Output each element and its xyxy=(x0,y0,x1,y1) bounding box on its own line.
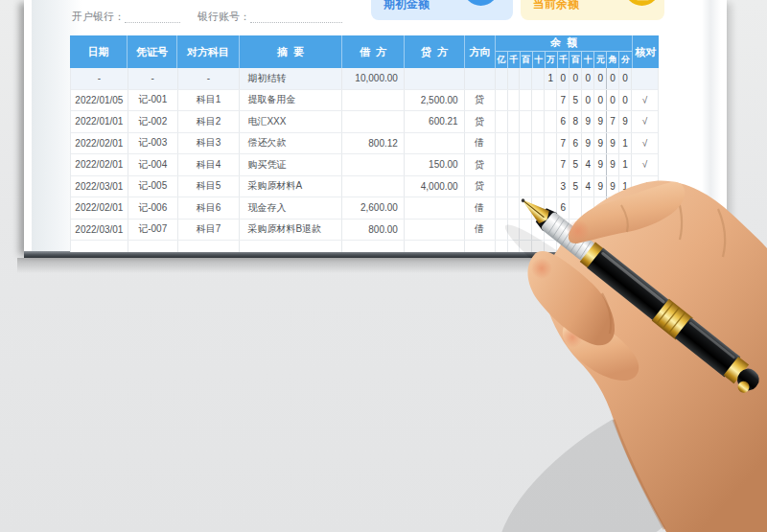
cell-digit[interactable] xyxy=(532,241,545,252)
cell-digit[interactable] xyxy=(532,176,545,197)
cell-digit[interactable]: 7 xyxy=(557,133,569,154)
cell-date[interactable]: 2022/02/01 xyxy=(71,133,128,154)
cell-credit[interactable] xyxy=(405,68,465,89)
cell-credit[interactable]: 150.00 xyxy=(405,154,465,175)
cell-digit[interactable] xyxy=(496,197,508,219)
cell-digit[interactable]: 4 xyxy=(582,154,594,175)
cell-digit[interactable] xyxy=(496,68,508,89)
cell-digit[interactable] xyxy=(520,197,532,219)
cell-date[interactable]: 2022/02/01 xyxy=(71,154,128,175)
cell-digit[interactable] xyxy=(508,220,521,241)
cell-digit[interactable]: 0 xyxy=(569,68,582,89)
cell-check[interactable] xyxy=(632,68,658,89)
cell-check[interactable]: √ xyxy=(632,176,658,197)
cell-digit[interactable]: 0 xyxy=(594,90,607,111)
cell-digit[interactable]: 0 xyxy=(582,68,594,89)
cell-digit[interactable]: 0 xyxy=(619,68,632,89)
cell-digit[interactable]: 0 xyxy=(607,90,619,111)
cell-debit[interactable]: 800.00 xyxy=(342,220,405,241)
cell-date[interactable]: 2022/01/05 xyxy=(71,90,128,111)
cell-digit[interactable] xyxy=(557,241,569,252)
cell-digit[interactable] xyxy=(508,111,521,132)
cell-digit[interactable] xyxy=(545,197,557,219)
cell-digit[interactable] xyxy=(532,111,545,132)
cell-digit[interactable] xyxy=(569,220,582,241)
cell-digit[interactable] xyxy=(496,241,508,252)
cell-digit[interactable] xyxy=(619,197,632,219)
cell-voucher[interactable]: 记-004 xyxy=(128,154,178,175)
cell-summary[interactable]: 现金存入 xyxy=(240,197,342,219)
cell-summary[interactable]: 采购原材料B退款 xyxy=(240,220,342,241)
bank-name-input[interactable] xyxy=(125,10,180,23)
cell-digit[interactable]: 4 xyxy=(582,176,594,197)
cell-credit[interactable] xyxy=(405,197,465,219)
cell-digit[interactable] xyxy=(508,154,521,175)
cell-digit[interactable]: 9 xyxy=(607,154,619,175)
cell-digit[interactable] xyxy=(520,90,532,111)
cell-account[interactable]: - xyxy=(178,68,241,89)
cell-summary[interactable]: 采购原材料A xyxy=(240,176,342,197)
cell-debit[interactable] xyxy=(342,176,405,197)
cell-digit[interactable] xyxy=(532,154,545,175)
cell-digit[interactable]: 1 xyxy=(545,68,557,89)
cell-digit[interactable]: 1 xyxy=(619,176,632,197)
cell-digit[interactable] xyxy=(496,154,508,175)
cell-digit[interactable] xyxy=(496,90,508,111)
cell-summary[interactable]: 期初结转 xyxy=(240,68,342,89)
cell-date[interactable] xyxy=(71,241,128,252)
cell-voucher[interactable]: 记-006 xyxy=(128,197,178,219)
cell-debit[interactable] xyxy=(342,90,405,111)
cell-digit[interactable]: 9 xyxy=(594,133,607,154)
cell-account[interactable] xyxy=(178,241,241,252)
cell-direction[interactable]: 贷 xyxy=(465,111,496,132)
cell-voucher[interactable]: - xyxy=(128,68,178,89)
cell-account[interactable]: 科目3 xyxy=(178,133,241,154)
cell-digit[interactable] xyxy=(545,176,557,197)
cell-summary[interactable]: 电汇XXX xyxy=(240,111,342,132)
cell-credit[interactable] xyxy=(405,241,465,252)
cell-voucher[interactable]: 记-003 xyxy=(128,133,178,154)
cell-date[interactable]: 2022/03/01 xyxy=(71,220,128,241)
cell-digit[interactable] xyxy=(582,220,594,241)
bank-account-input[interactable] xyxy=(250,10,342,23)
cell-digit[interactable] xyxy=(532,68,545,89)
cell-digit[interactable] xyxy=(545,90,557,111)
cell-digit[interactable] xyxy=(532,197,545,219)
cell-digit[interactable]: 9 xyxy=(607,133,619,154)
cell-digit[interactable]: 0 xyxy=(557,68,569,89)
cell-digit[interactable]: 1 xyxy=(619,154,632,175)
cell-digit[interactable]: 0 xyxy=(594,68,607,89)
cell-digit[interactable] xyxy=(569,197,582,219)
opening-amount-badge[interactable]: 期初金额 xyxy=(371,0,513,20)
cell-summary[interactable] xyxy=(240,241,342,252)
cell-digit[interactable]: 0 xyxy=(607,68,619,89)
cell-digit[interactable] xyxy=(508,133,521,154)
cell-date[interactable]: 2022/02/01 xyxy=(71,197,128,219)
cell-debit[interactable]: 2,600.00 xyxy=(342,197,405,219)
cell-digit[interactable]: 9 xyxy=(582,133,594,154)
cell-digit[interactable] xyxy=(508,241,521,252)
cell-date[interactable]: 2022/01/01 xyxy=(71,111,128,132)
cell-digit[interactable] xyxy=(496,111,508,132)
cell-account[interactable]: 科目4 xyxy=(178,154,241,175)
cell-digit[interactable]: 9 xyxy=(607,176,619,197)
cell-digit[interactable] xyxy=(545,241,557,252)
cell-summary[interactable]: 购买凭证 xyxy=(240,154,342,175)
cell-check[interactable]: √ xyxy=(632,133,658,154)
cell-direction[interactable]: 借 xyxy=(465,133,496,154)
cell-digit[interactable] xyxy=(520,241,532,252)
cell-direction[interactable]: 贷 xyxy=(465,176,496,197)
cell-digit[interactable]: 7 xyxy=(557,154,569,175)
cell-digit[interactable]: 5 xyxy=(569,176,582,197)
cell-digit[interactable] xyxy=(594,197,607,219)
cell-direction[interactable] xyxy=(465,241,496,252)
cell-digit[interactable] xyxy=(532,90,545,111)
cell-debit[interactable] xyxy=(342,154,405,175)
cell-digit[interactable] xyxy=(508,68,521,89)
cell-debit[interactable]: 10,000.00 xyxy=(342,68,405,89)
cell-digit[interactable]: 3 xyxy=(557,176,569,197)
cell-credit[interactable]: 2,500.00 xyxy=(405,90,465,111)
cell-digit[interactable]: 9 xyxy=(594,176,607,197)
cell-voucher[interactable]: 记-005 xyxy=(128,176,178,197)
cell-account[interactable]: 科目6 xyxy=(178,197,241,219)
